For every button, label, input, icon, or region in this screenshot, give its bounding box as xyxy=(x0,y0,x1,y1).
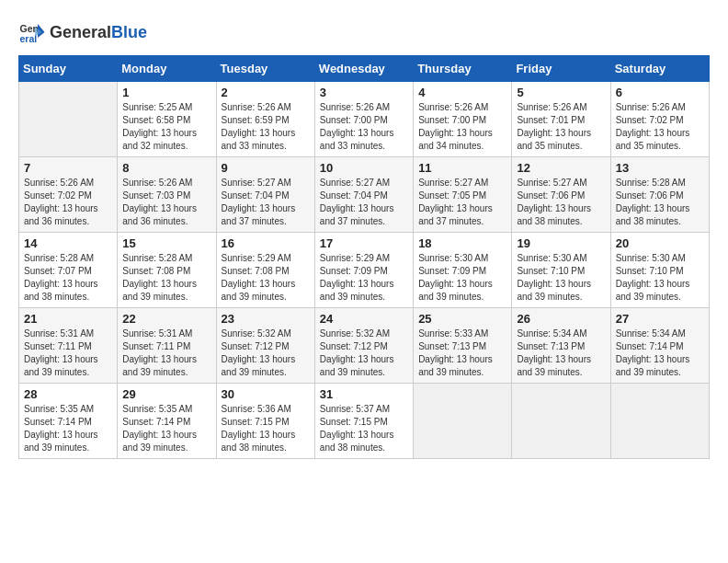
calendar-cell: 27Sunrise: 5:34 AMSunset: 7:14 PMDayligh… xyxy=(610,308,709,384)
calendar-cell: 9Sunrise: 5:27 AMSunset: 7:04 PMDaylight… xyxy=(216,157,314,233)
calendar-cell: 13Sunrise: 5:28 AMSunset: 7:06 PMDayligh… xyxy=(610,157,709,233)
day-number: 11 xyxy=(418,161,506,175)
calendar-cell: 19Sunrise: 5:30 AMSunset: 7:10 PMDayligh… xyxy=(512,233,610,308)
day-info: Sunrise: 5:30 AMSunset: 7:09 PMDaylight:… xyxy=(418,252,506,304)
calendar-cell: 24Sunrise: 5:32 AMSunset: 7:12 PMDayligh… xyxy=(314,308,413,384)
calendar-cell: 31Sunrise: 5:37 AMSunset: 7:15 PMDayligh… xyxy=(314,384,413,459)
calendar-cell: 15Sunrise: 5:28 AMSunset: 7:08 PMDayligh… xyxy=(118,233,216,308)
calendar-cell: 4Sunrise: 5:26 AMSunset: 7:00 PMDaylight… xyxy=(414,82,512,157)
day-info: Sunrise: 5:26 AMSunset: 7:00 PMDaylight:… xyxy=(320,101,408,153)
week-row-4: 28Sunrise: 5:35 AMSunset: 7:14 PMDayligh… xyxy=(19,384,710,459)
day-number: 30 xyxy=(222,387,310,401)
day-info: Sunrise: 5:35 AMSunset: 7:14 PMDaylight:… xyxy=(122,403,210,454)
calendar-cell: 28Sunrise: 5:35 AMSunset: 7:14 PMDayligh… xyxy=(19,384,118,459)
calendar-cell: 5Sunrise: 5:26 AMSunset: 7:01 PMDaylight… xyxy=(512,82,610,157)
calendar-body: 1Sunrise: 5:25 AMSunset: 6:58 PMDaylight… xyxy=(19,82,710,459)
day-number: 3 xyxy=(320,86,408,99)
calendar-cell xyxy=(414,384,512,459)
calendar-cell: 25Sunrise: 5:33 AMSunset: 7:13 PMDayligh… xyxy=(414,308,512,384)
weekday-friday: Friday xyxy=(512,56,610,82)
weekday-tuesday: Tuesday xyxy=(216,56,314,82)
day-number: 23 xyxy=(222,312,310,326)
day-info: Sunrise: 5:30 AMSunset: 7:10 PMDaylight:… xyxy=(517,252,605,304)
day-number: 12 xyxy=(517,161,605,175)
calendar-cell: 30Sunrise: 5:36 AMSunset: 7:15 PMDayligh… xyxy=(216,384,314,459)
week-row-1: 7Sunrise: 5:26 AMSunset: 7:02 PMDaylight… xyxy=(19,157,710,233)
logo-general: General xyxy=(50,23,111,41)
calendar-cell: 10Sunrise: 5:27 AMSunset: 7:04 PMDayligh… xyxy=(314,157,413,233)
day-number: 7 xyxy=(24,161,112,175)
logo-icon: Gen eral xyxy=(18,18,46,46)
calendar-cell: 6Sunrise: 5:26 AMSunset: 7:02 PMDaylight… xyxy=(610,82,709,157)
calendar-cell: 16Sunrise: 5:29 AMSunset: 7:08 PMDayligh… xyxy=(216,233,314,308)
day-info: Sunrise: 5:35 AMSunset: 7:14 PMDaylight:… xyxy=(24,403,112,454)
calendar-cell: 17Sunrise: 5:29 AMSunset: 7:09 PMDayligh… xyxy=(314,233,413,308)
day-number: 10 xyxy=(320,161,408,175)
day-info: Sunrise: 5:26 AMSunset: 7:02 PMDaylight:… xyxy=(616,101,704,153)
logo-blue: Blue xyxy=(111,23,147,41)
calendar-cell: 7Sunrise: 5:26 AMSunset: 7:02 PMDaylight… xyxy=(19,157,118,233)
day-info: Sunrise: 5:31 AMSunset: 7:11 PMDaylight:… xyxy=(24,327,112,379)
day-info: Sunrise: 5:32 AMSunset: 7:12 PMDaylight:… xyxy=(320,327,408,379)
day-number: 13 xyxy=(616,161,704,175)
day-info: Sunrise: 5:27 AMSunset: 7:05 PMDaylight:… xyxy=(418,177,506,228)
calendar-cell: 20Sunrise: 5:30 AMSunset: 7:10 PMDayligh… xyxy=(610,233,709,308)
calendar-cell: 18Sunrise: 5:30 AMSunset: 7:09 PMDayligh… xyxy=(414,233,512,308)
day-info: Sunrise: 5:31 AMSunset: 7:11 PMDaylight:… xyxy=(122,327,210,379)
day-number: 18 xyxy=(418,236,506,250)
day-number: 9 xyxy=(222,161,310,175)
day-info: Sunrise: 5:28 AMSunset: 7:06 PMDaylight:… xyxy=(616,177,704,228)
day-number: 2 xyxy=(222,86,310,99)
day-info: Sunrise: 5:26 AMSunset: 7:02 PMDaylight:… xyxy=(24,177,112,228)
day-number: 29 xyxy=(122,387,210,401)
day-info: Sunrise: 5:29 AMSunset: 7:09 PMDaylight:… xyxy=(320,252,408,304)
day-info: Sunrise: 5:26 AMSunset: 7:03 PMDaylight:… xyxy=(122,177,210,228)
day-number: 5 xyxy=(517,86,605,99)
day-info: Sunrise: 5:25 AMSunset: 6:58 PMDaylight:… xyxy=(122,101,210,153)
calendar-cell: 22Sunrise: 5:31 AMSunset: 7:11 PMDayligh… xyxy=(118,308,216,384)
day-info: Sunrise: 5:26 AMSunset: 7:01 PMDaylight:… xyxy=(517,101,605,153)
day-number: 19 xyxy=(517,236,605,250)
day-number: 25 xyxy=(418,312,506,326)
calendar-cell: 26Sunrise: 5:34 AMSunset: 7:13 PMDayligh… xyxy=(512,308,610,384)
day-info: Sunrise: 5:30 AMSunset: 7:10 PMDaylight:… xyxy=(616,252,704,304)
day-info: Sunrise: 5:29 AMSunset: 7:08 PMDaylight:… xyxy=(222,252,310,304)
day-info: Sunrise: 5:34 AMSunset: 7:14 PMDaylight:… xyxy=(616,327,704,379)
day-info: Sunrise: 5:32 AMSunset: 7:12 PMDaylight:… xyxy=(222,327,310,379)
day-info: Sunrise: 5:26 AMSunset: 6:59 PMDaylight:… xyxy=(222,101,310,153)
day-number: 26 xyxy=(517,312,605,326)
weekday-header-row: SundayMondayTuesdayWednesdayThursdayFrid… xyxy=(19,56,710,82)
day-number: 16 xyxy=(222,236,310,250)
calendar-cell xyxy=(512,384,610,459)
day-number: 6 xyxy=(616,86,704,99)
day-number: 20 xyxy=(616,236,704,250)
day-number: 17 xyxy=(320,236,408,250)
day-number: 21 xyxy=(24,312,112,326)
calendar-cell: 8Sunrise: 5:26 AMSunset: 7:03 PMDaylight… xyxy=(118,157,216,233)
day-info: Sunrise: 5:27 AMSunset: 7:04 PMDaylight:… xyxy=(320,177,408,228)
calendar-table: SundayMondayTuesdayWednesdayThursdayFrid… xyxy=(18,55,710,459)
weekday-sunday: Sunday xyxy=(19,56,118,82)
day-info: Sunrise: 5:34 AMSunset: 7:13 PMDaylight:… xyxy=(517,327,605,379)
calendar-cell: 21Sunrise: 5:31 AMSunset: 7:11 PMDayligh… xyxy=(19,308,118,384)
svg-text:eral: eral xyxy=(20,33,38,44)
calendar-cell: 11Sunrise: 5:27 AMSunset: 7:05 PMDayligh… xyxy=(414,157,512,233)
calendar-cell: 14Sunrise: 5:28 AMSunset: 7:07 PMDayligh… xyxy=(19,233,118,308)
weekday-thursday: Thursday xyxy=(414,56,512,82)
day-info: Sunrise: 5:33 AMSunset: 7:13 PMDaylight:… xyxy=(418,327,506,379)
calendar-cell xyxy=(610,384,709,459)
calendar-cell: 23Sunrise: 5:32 AMSunset: 7:12 PMDayligh… xyxy=(216,308,314,384)
weekday-monday: Monday xyxy=(118,56,216,82)
day-info: Sunrise: 5:27 AMSunset: 7:06 PMDaylight:… xyxy=(517,177,605,228)
week-row-0: 1Sunrise: 5:25 AMSunset: 6:58 PMDaylight… xyxy=(19,82,710,157)
day-number: 28 xyxy=(24,387,112,401)
week-row-3: 21Sunrise: 5:31 AMSunset: 7:11 PMDayligh… xyxy=(19,308,710,384)
calendar-cell: 12Sunrise: 5:27 AMSunset: 7:06 PMDayligh… xyxy=(512,157,610,233)
day-info: Sunrise: 5:26 AMSunset: 7:00 PMDaylight:… xyxy=(418,101,506,153)
day-info: Sunrise: 5:28 AMSunset: 7:08 PMDaylight:… xyxy=(122,252,210,304)
day-number: 15 xyxy=(122,236,210,250)
calendar-cell: 1Sunrise: 5:25 AMSunset: 6:58 PMDaylight… xyxy=(118,82,216,157)
day-number: 27 xyxy=(616,312,704,326)
calendar-cell: 2Sunrise: 5:26 AMSunset: 6:59 PMDaylight… xyxy=(216,82,314,157)
calendar-cell: 29Sunrise: 5:35 AMSunset: 7:14 PMDayligh… xyxy=(118,384,216,459)
